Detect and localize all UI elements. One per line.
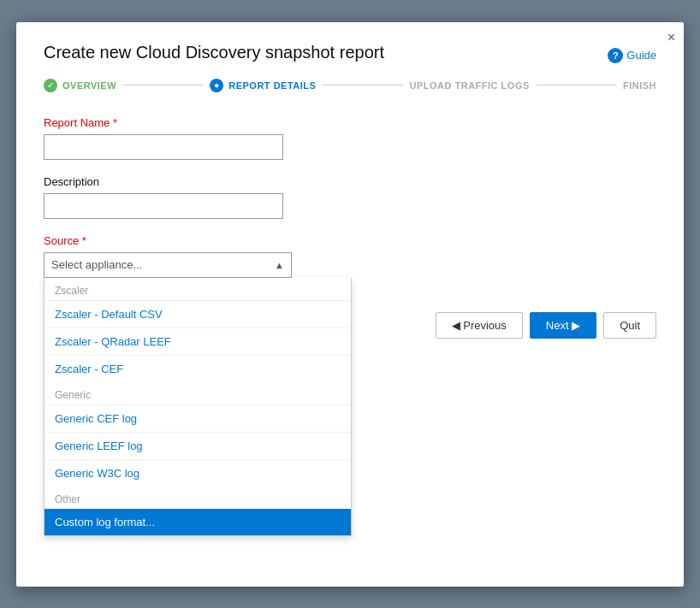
source-group: Source * Select appliance... ▲ Zscaler Z… (44, 234, 656, 278)
step-finish-label: FINISH (623, 80, 656, 91)
dropdown-item-generic-w3c-log[interactable]: Generic W3C log (44, 459, 351, 487)
step-report-details-dot: ● (210, 79, 223, 92)
step-report-details-label: REPORT DETAILS (228, 80, 316, 91)
source-dropdown-list[interactable]: Zscaler Zscaler - Default CSV Zscaler - … (44, 278, 352, 536)
report-name-label: Report Name * (44, 116, 656, 129)
dropdown-item-zscaler-qradar-leef[interactable]: Zscaler - QRadar LEEF (44, 328, 351, 355)
guide-icon: ? (608, 48, 623, 63)
step-upload-logs-label: UPLOAD TRAFFIC LOGS (410, 80, 530, 91)
dropdown-item-generic-cef-log[interactable]: Generic CEF log (44, 404, 351, 432)
source-dropdown-wrapper: Select appliance... ▲ Zscaler Zscaler - … (44, 252, 292, 278)
step-line-3 (537, 85, 616, 86)
guide-label: Guide (626, 49, 656, 62)
quit-button[interactable]: Quit (603, 312, 656, 339)
source-label: Source * (44, 234, 656, 247)
dropdown-group-header-generic: Generic (44, 382, 351, 404)
description-input[interactable] (44, 193, 283, 219)
stepper: ✓ OVERVIEW ● REPORT DETAILS UPLOAD TRAFF… (44, 79, 656, 92)
dropdown-item-custom-log-format[interactable]: Custom log format... (44, 509, 351, 535)
description-group: Description (44, 175, 656, 219)
chevron-up-icon: ▲ (275, 260, 284, 270)
dropdown-group-header-zscaler: Zscaler (44, 278, 351, 300)
dropdown-item-zscaler-default-csv[interactable]: Zscaler - Default CSV (44, 300, 351, 328)
step-line-2 (323, 85, 402, 86)
step-report-details: ● REPORT DETAILS (210, 79, 316, 92)
description-label: Description (44, 175, 656, 188)
source-dropdown-value: Select appliance... (51, 258, 142, 271)
step-upload-logs: UPLOAD TRAFFIC LOGS (410, 80, 530, 91)
dropdown-item-zscaler-cef[interactable]: Zscaler - CEF (44, 355, 351, 382)
close-button[interactable]: × (667, 31, 675, 44)
step-line-1 (123, 85, 203, 86)
step-overview-dot: ✓ (44, 79, 57, 92)
modal-header: Create new Cloud Discovery snapshot repo… (44, 43, 656, 63)
dropdown-item-generic-leef-log[interactable]: Generic LEEF log (44, 432, 351, 459)
report-name-group: Report Name * (44, 116, 656, 160)
report-name-input[interactable] (44, 134, 283, 160)
step-overview-label: OVERVIEW (62, 80, 116, 91)
guide-link[interactable]: ? Guide (608, 48, 656, 63)
dropdown-group-header-other: Other (44, 487, 351, 509)
step-overview: ✓ OVERVIEW (44, 79, 116, 92)
modal-overlay: × Create new Cloud Discovery snapshot re… (0, 0, 700, 608)
next-button[interactable]: Next ▶ (530, 312, 596, 339)
step-finish: FINISH (623, 80, 656, 91)
previous-button[interactable]: ◀ Previous (436, 312, 523, 339)
modal-container: × Create new Cloud Discovery snapshot re… (16, 22, 684, 587)
source-dropdown-trigger[interactable]: Select appliance... ▲ (44, 252, 292, 278)
modal-title: Create new Cloud Discovery snapshot repo… (44, 43, 384, 62)
